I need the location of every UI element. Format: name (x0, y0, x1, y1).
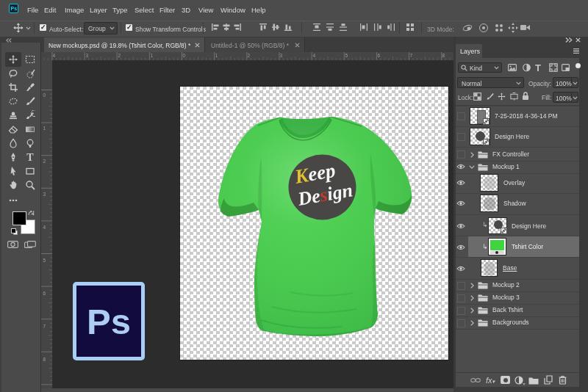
svg-text:T: T (26, 152, 34, 162)
